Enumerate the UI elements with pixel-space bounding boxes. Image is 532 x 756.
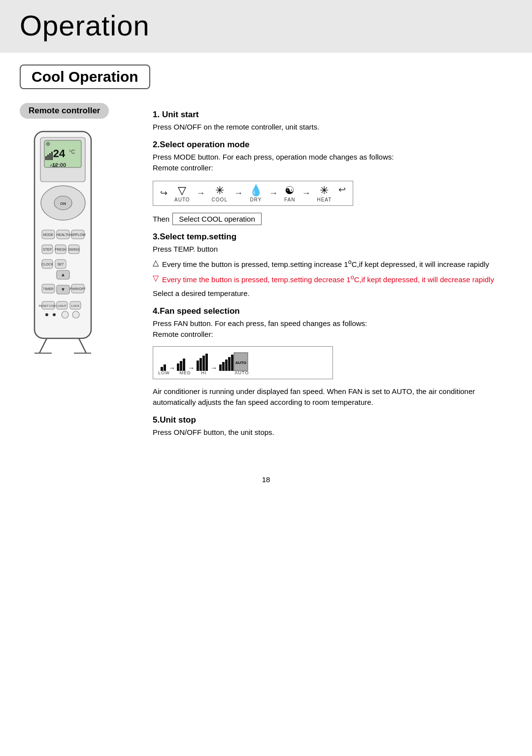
svg-line-49 bbox=[39, 338, 47, 353]
step-4-desc: Press FAN button. For each press, fan sp… bbox=[153, 318, 517, 340]
step-4-fan-note: Air conditioner is running under display… bbox=[153, 386, 517, 408]
svg-text:LOCK: LOCK bbox=[71, 304, 79, 307]
svg-rect-61 bbox=[200, 358, 202, 371]
svg-text:→: → bbox=[210, 364, 217, 372]
svg-rect-7 bbox=[49, 153, 51, 160]
svg-text:LIGHT: LIGHT bbox=[58, 304, 66, 307]
svg-text:TIMER: TIMER bbox=[43, 287, 54, 291]
section-title-box: Cool Operation bbox=[20, 65, 150, 89]
svg-rect-5 bbox=[45, 156, 47, 160]
remote-controller-label: Remote controller bbox=[20, 103, 109, 119]
step-2-title: 2.Select operation mode bbox=[153, 140, 517, 150]
left-column: Remote controller 24 °C ❄ AM 12:00 bbox=[20, 103, 138, 441]
mode-heat: ✳ HEAT bbox=[317, 184, 332, 202]
svg-text:MED: MED bbox=[180, 370, 191, 374]
bullet-down-text: Every time the button is pressed, temp.s… bbox=[162, 273, 494, 286]
fan-diagram: → → → bbox=[153, 346, 333, 379]
step-3-title: 3.Select temp.setting bbox=[153, 232, 517, 242]
svg-rect-60 bbox=[197, 361, 199, 371]
svg-rect-67 bbox=[225, 360, 228, 371]
mode-arrow-start: ↪ bbox=[160, 188, 167, 198]
bullet-up-text: Every time the button is pressed, temp.s… bbox=[162, 258, 489, 270]
mode-arrow-end: ↩ bbox=[338, 184, 346, 195]
svg-rect-68 bbox=[228, 357, 231, 371]
step-3-press-temp: Press TEMP. button bbox=[153, 244, 517, 255]
svg-text:AIRFLOW: AIRFLOW bbox=[70, 233, 86, 236]
step-1-title: 1. Unit start bbox=[153, 110, 517, 120]
svg-rect-69 bbox=[231, 355, 233, 371]
svg-rect-62 bbox=[202, 356, 205, 371]
svg-rect-57 bbox=[180, 361, 182, 371]
step-5: 5.Unit stop Press ON/OFF button, the uni… bbox=[153, 415, 517, 438]
step-5-desc: Press ON/OFF button, the unit stops. bbox=[153, 427, 517, 438]
triangle-up-icon: △ bbox=[153, 258, 159, 267]
svg-text:HI: HI bbox=[201, 370, 207, 374]
section-title: Cool Operation bbox=[32, 68, 138, 85]
svg-text:PWR/OFF: PWR/OFF bbox=[70, 287, 86, 291]
svg-text:▲: ▲ bbox=[61, 272, 66, 277]
svg-rect-8 bbox=[51, 152, 53, 160]
svg-text:ON: ON bbox=[60, 201, 66, 206]
step-4-title: 4.Fan speed selection bbox=[153, 306, 517, 316]
svg-rect-56 bbox=[177, 363, 179, 371]
mode-dry: 💧 DRY bbox=[249, 184, 263, 202]
svg-text:RESET CODE: RESET CODE bbox=[39, 304, 58, 307]
svg-rect-63 bbox=[205, 354, 208, 371]
svg-text:❄: ❄ bbox=[45, 140, 51, 148]
svg-text:24: 24 bbox=[53, 147, 66, 160]
svg-text:MODE: MODE bbox=[43, 233, 54, 236]
page-title: Operation bbox=[20, 9, 150, 41]
step-4: 4.Fan speed selection Press FAN button. … bbox=[153, 306, 517, 408]
svg-text:FRESH: FRESH bbox=[55, 248, 66, 251]
bullet-down: ▽ Every time the button is pressed, temp… bbox=[153, 273, 517, 286]
bullet-up: △ Every time the button is pressed, temp… bbox=[153, 258, 517, 270]
svg-point-48 bbox=[72, 311, 79, 318]
svg-text:▼: ▼ bbox=[61, 287, 66, 292]
svg-text:°C: °C bbox=[69, 149, 75, 155]
svg-text:SWING: SWING bbox=[68, 248, 80, 251]
page-number: 18 bbox=[0, 475, 532, 493]
svg-rect-6 bbox=[47, 155, 49, 160]
svg-rect-65 bbox=[219, 364, 222, 371]
svg-rect-58 bbox=[183, 359, 185, 371]
mode-fan: ☯ FAN bbox=[284, 184, 295, 202]
svg-point-46 bbox=[53, 313, 56, 316]
step-2: 2.Select operation mode Press MODE butto… bbox=[153, 140, 517, 225]
svg-point-45 bbox=[45, 313, 48, 316]
svg-text:AUTO: AUTO bbox=[235, 370, 249, 374]
mode-cool: ✳ COOL bbox=[212, 184, 228, 202]
step-3: 3.Select temp.setting Press TEMP. button… bbox=[153, 232, 517, 299]
svg-rect-66 bbox=[222, 362, 225, 371]
page-header: Operation bbox=[0, 0, 532, 53]
svg-text:HEALTH: HEALTH bbox=[56, 233, 69, 236]
mode-diagram: ↪ ▽ AUTO → ✳ COOL → 💧 DRY → bbox=[153, 178, 517, 209]
step-1: 1. Unit start Press ON/OFF on the remote… bbox=[153, 110, 517, 133]
step-1-desc: Press ON/OFF on the remote controller, u… bbox=[153, 122, 517, 133]
svg-text:LOW: LOW bbox=[158, 370, 170, 374]
step-2-desc: Press MODE button. For each press, opera… bbox=[153, 152, 517, 174]
triangle-down-icon: ▽ bbox=[153, 273, 159, 283]
svg-text:STEP: STEP bbox=[43, 248, 52, 251]
then-label: Then bbox=[153, 215, 169, 223]
right-column: 1. Unit start Press ON/OFF on the remote… bbox=[153, 103, 517, 441]
svg-text:AUTO: AUTO bbox=[235, 361, 247, 365]
step-3-select: Select a desired temperature. bbox=[153, 288, 517, 299]
svg-text:SET: SET bbox=[57, 263, 64, 266]
remote-controller-image: 24 °C ❄ AM 12:00 ON MODE HEALTH AIRFLOW bbox=[20, 127, 106, 363]
svg-line-50 bbox=[79, 338, 86, 353]
fan-speed-svg: → → → bbox=[158, 350, 326, 374]
cool-operation-box: Select COOL operation bbox=[172, 213, 262, 225]
svg-text:12:00: 12:00 bbox=[52, 162, 66, 168]
svg-text:CLOCK: CLOCK bbox=[41, 263, 53, 266]
then-row: Then Select COOL operation bbox=[153, 213, 517, 225]
step-5-title: 5.Unit stop bbox=[153, 415, 517, 425]
main-content: Remote controller 24 °C ❄ AM 12:00 bbox=[0, 103, 532, 460]
mode-auto: ▽ AUTO bbox=[174, 184, 190, 202]
svg-point-47 bbox=[62, 311, 68, 318]
